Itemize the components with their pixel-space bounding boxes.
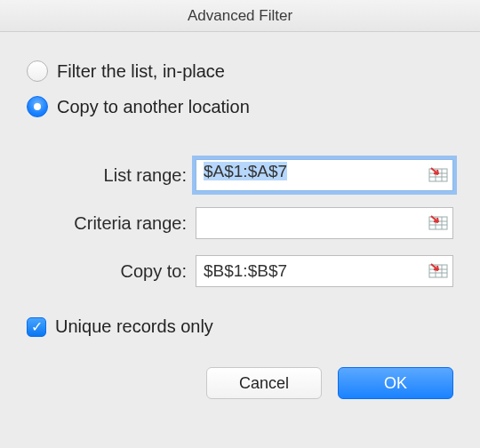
unique-records-label: Unique records only [55, 316, 213, 337]
checkbox-icon: ✓ [27, 317, 46, 337]
input-wrap-criteria-range [196, 207, 453, 239]
radio-label: Copy to another location [57, 97, 250, 117]
label-copy-to: Copy to: [27, 261, 196, 282]
radio-copy-to-location[interactable]: Copy to another location [27, 89, 453, 124]
radio-icon [27, 60, 48, 82]
label-criteria-range: Criteria range: [27, 213, 196, 234]
ok-button[interactable]: OK [338, 367, 453, 399]
dialog-title: Advanced Filter [0, 0, 480, 32]
input-wrap-list-range: $A$1:$A$7 [196, 159, 453, 191]
radio-filter-in-place[interactable]: Filter the list, in-place [27, 53, 453, 89]
label-list-range: List range: [27, 165, 196, 186]
dialog-buttons: Cancel OK [0, 367, 480, 399]
copy-to-input[interactable] [196, 255, 453, 287]
cancel-button[interactable]: Cancel [206, 367, 322, 399]
row-criteria-range: Criteria range: [27, 199, 453, 247]
range-selector-icon[interactable] [428, 214, 448, 232]
radio-label: Filter the list, in-place [57, 61, 225, 82]
unique-records-checkbox[interactable]: ✓ Unique records only [27, 316, 453, 337]
row-list-range: List range: $A$1:$A$7 [27, 151, 453, 199]
criteria-range-input[interactable] [196, 207, 453, 239]
range-selector-icon[interactable] [428, 262, 448, 280]
range-selector-icon[interactable] [428, 166, 448, 184]
radio-icon [27, 96, 48, 117]
dialog-body: Filter the list, in-place Copy to anothe… [0, 32, 480, 337]
input-wrap-copy-to [196, 255, 453, 287]
row-copy-to: Copy to: [27, 247, 453, 295]
list-range-input[interactable]: $A$1:$A$7 [196, 159, 453, 191]
